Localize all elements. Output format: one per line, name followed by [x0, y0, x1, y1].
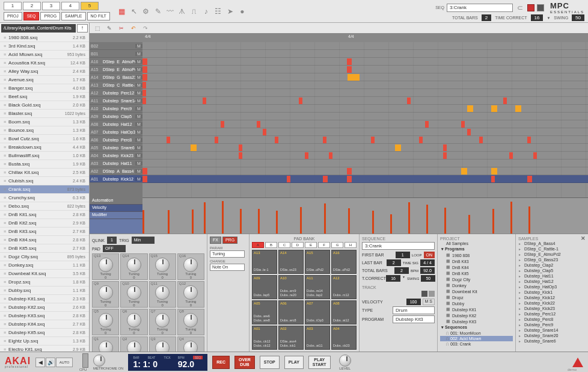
note[interactable] — [347, 66, 352, 73]
bpm-display[interactable]: 92.0 — [178, 359, 203, 369]
file-row[interactable]: Clubish.sxq2.4 KB — [0, 177, 89, 185]
sample-item[interactable]: Dubstep_Perc8 — [518, 317, 586, 322]
note-icon[interactable]: ♪ — [201, 7, 211, 16]
modifier-label[interactable]: Modifier — [90, 212, 142, 219]
note[interactable] — [461, 168, 467, 175]
track-header[interactable]: A10Dubstep_Perc9M — [90, 105, 142, 113]
file-row[interactable]: Crank.sxq873 bytes — [0, 185, 89, 194]
file-row[interactable]: Dubstep Kit4.sxq2.7 KB — [0, 320, 89, 329]
bank-button-2[interactable]: 2 — [23, 2, 41, 10]
bank-button-1[interactable]: 1 — [4, 2, 22, 10]
loop-toggle[interactable]: ON — [424, 252, 435, 258]
track-header[interactable]: A16DStep_E_AtmoPd2M — [90, 58, 142, 66]
pad-A07[interactable]: A07Dubs..tOp3 — [305, 300, 330, 324]
type-dropdown[interactable]: Drum — [393, 306, 435, 314]
undo-icon[interactable]: ↶ — [129, 24, 138, 33]
sample-item[interactable]: Dubstep_Clap5 — [518, 268, 586, 273]
sample-item[interactable]: Dubstep_Kick22 — [518, 300, 586, 306]
qlink-knob-Q3[interactable]: Q3Tuning0 — [149, 336, 176, 352]
note[interactable] — [527, 137, 531, 143]
first-bar-value[interactable]: 1 — [396, 252, 410, 258]
note[interactable] — [167, 137, 170, 143]
note[interactable] — [257, 121, 260, 128]
velocity-bar[interactable] — [222, 201, 224, 234]
file-row[interactable]: Bounce.sxq1.3 KB — [0, 126, 89, 135]
note[interactable] — [419, 137, 423, 143]
velocity-bar[interactable] — [258, 209, 260, 234]
grid-row[interactable] — [142, 97, 588, 105]
qlink-knob-Q11[interactable]: Q11Tuning0 — [149, 281, 176, 308]
file-row[interactable]: Dubby.sxq1.1 KB — [0, 287, 89, 295]
grid-row[interactable] — [142, 105, 588, 113]
track-header[interactable]: A13DStep_C_Rattle-1M — [90, 81, 142, 89]
note[interactable] — [515, 105, 521, 112]
sequence-name-dropdown[interactable]: 3:Crank — [362, 242, 435, 250]
qlink-knob-Q9[interactable]: Q9Tuning0 — [92, 281, 119, 308]
program-dropdown[interactable]: Dubstep Kit3 — [393, 315, 435, 323]
pad-A16[interactable]: A16DSte..oPd2 — [331, 250, 357, 274]
file-row[interactable]: Electro Kit1.sxq2.9 KB — [0, 346, 89, 352]
file-row[interactable]: Bullmastiff.sxq1.0 KB — [0, 152, 89, 160]
note[interactable] — [191, 144, 197, 151]
mode-button-prog[interactable]: PROG — [40, 12, 60, 20]
note[interactable] — [509, 152, 513, 159]
sequences-tree-header[interactable]: ▾ Sequences — [440, 324, 513, 330]
padbank-tab-G[interactable]: G — [331, 242, 343, 248]
note[interactable] — [407, 98, 411, 104]
grid-row[interactable] — [142, 66, 588, 73]
note[interactable] — [215, 137, 218, 143]
file-row[interactable]: Avenue.sxq1.7 KB — [0, 76, 89, 84]
file-row[interactable]: Downbeat Kit.sxq3.5 KB — [0, 270, 89, 278]
note[interactable] — [461, 121, 465, 128]
program-item[interactable]: ▦Donkey — [440, 282, 513, 288]
note[interactable] — [275, 137, 278, 143]
play-button[interactable]: PLAY — [284, 356, 304, 369]
note[interactable] — [347, 168, 352, 175]
grid-icon[interactable]: ▦ — [117, 7, 127, 16]
grid-row[interactable] — [142, 120, 588, 128]
note[interactable] — [491, 176, 495, 182]
track-header[interactable]: A05Dubstep_Snare6M — [90, 144, 142, 152]
seq-bpm-value[interactable]: 92.0 — [420, 267, 435, 274]
overdub-button[interactable]: OVER DUB — [234, 356, 255, 369]
note[interactable] — [425, 121, 429, 128]
velocity-bar[interactable] — [168, 210, 170, 234]
velocity-bar[interactable] — [348, 208, 350, 234]
file-row[interactable]: Dubstep Kit5.sxq2.8 KB — [0, 329, 89, 337]
last-bar-value[interactable]: 2 — [387, 259, 401, 266]
note[interactable] — [142, 98, 146, 104]
pad-A10[interactable]: A10Dubs..erc9Dubs..re20 — [278, 275, 304, 299]
pad-A11[interactable]: A11Dubs..re14Dubs..lap2 — [305, 275, 330, 299]
pad-A14[interactable]: A14DSte..ss23 — [278, 250, 304, 274]
file-row[interactable]: Black Gold.sxq2.0 KB — [0, 101, 89, 110]
pad-A05[interactable]: A05Dubs..are6Dubs..are8 — [252, 300, 277, 324]
note[interactable] — [371, 137, 375, 143]
file-row[interactable]: Debo.sxq822 bytes — [0, 202, 89, 211]
track-header[interactable]: A07Dubstep_HatOp3M — [90, 128, 142, 136]
pad-A15[interactable]: A15DSte..oPd2 — [305, 250, 330, 274]
file-row[interactable]: Bowl Cutz.sxq1.6 KB — [0, 135, 89, 143]
warning-icon[interactable] — [572, 358, 583, 367]
mode-button-proj[interactable]: PROJ — [4, 12, 22, 20]
bank-button-3[interactable]: 3 — [42, 2, 60, 10]
stop-button[interactable]: STOP — [260, 356, 280, 369]
velocity-bar[interactable] — [372, 211, 374, 234]
note[interactable] — [142, 176, 147, 182]
qlink-num[interactable]: 1 — [107, 237, 117, 244]
up-button[interactable]: ↑ — [77, 24, 88, 33]
program-item[interactable]: ▦DnB Kit5 — [440, 270, 513, 276]
sample-item[interactable]: Dubstep_HatOp3 — [518, 284, 586, 290]
velocity-bar[interactable] — [192, 209, 194, 234]
track-header[interactable]: A06Dubstep_Perc8M — [90, 136, 142, 144]
padbank-tab-A[interactable]: A — [252, 242, 264, 248]
view-list-icon[interactable] — [429, 291, 435, 297]
sample-item[interactable]: Dubstep_Kick12 — [518, 295, 586, 300]
note[interactable] — [467, 105, 473, 112]
note[interactable] — [467, 129, 471, 135]
file-row[interactable]: 1980 808.sxq2.2 KB — [0, 34, 89, 42]
padbank-tab-E[interactable]: E — [305, 242, 317, 248]
sample-item[interactable]: Dubstep_Snare14 — [518, 327, 586, 333]
qlink-knob-Q16[interactable]: Q16Tuning0 — [177, 253, 204, 280]
draw-icon[interactable]: ✎ — [153, 7, 163, 16]
position-value[interactable]: 1: 1: 0 — [133, 359, 170, 369]
